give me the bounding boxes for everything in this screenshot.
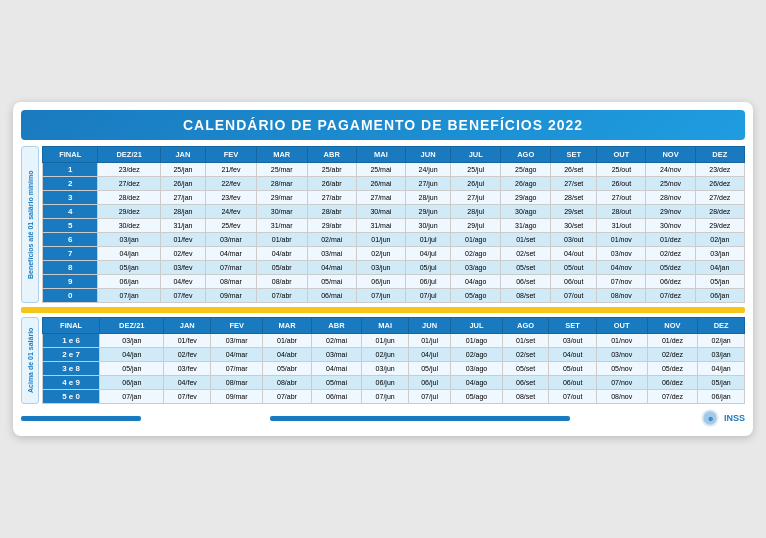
- footer: ⊕ INSS: [21, 408, 745, 428]
- table-cell: 24/fev: [206, 205, 257, 219]
- header-cell: MAI: [362, 318, 409, 334]
- row-key: 8: [43, 261, 98, 275]
- table-cell: 29/dez: [695, 219, 744, 233]
- table-cell: 04/out: [551, 247, 597, 261]
- table-cell: 04/jul: [408, 348, 450, 362]
- table-cell: 31/out: [597, 219, 646, 233]
- table-cell: 25/out: [597, 163, 646, 177]
- table-cell: 02/set: [501, 247, 551, 261]
- row-key: 3 e 8: [43, 362, 100, 376]
- table-cell: 25/ago: [501, 163, 551, 177]
- table-cell: 01/ago: [451, 233, 501, 247]
- table-cell: 05/jan: [100, 362, 164, 376]
- table-cell: 01/abr: [256, 233, 307, 247]
- header-cell: NOV: [647, 318, 698, 334]
- table-cell: 22/fev: [206, 177, 257, 191]
- table-cell: 23/dez: [98, 163, 160, 177]
- table-cell: 31/ago: [501, 219, 551, 233]
- header-cell: NOV: [646, 147, 695, 163]
- table-cell: 02/mai: [307, 233, 356, 247]
- table-cell: 06/set: [501, 275, 551, 289]
- table-cell: 05/jan: [98, 261, 160, 275]
- header-cell: JAN: [160, 147, 205, 163]
- table-cell: 06/jul: [405, 275, 450, 289]
- table-cell: 04/fev: [160, 275, 205, 289]
- table-cell: 28/out: [597, 205, 646, 219]
- header-cell: SET: [551, 147, 597, 163]
- header-cell: FINAL: [43, 318, 100, 334]
- table-cell: 05/abr: [263, 362, 311, 376]
- row-key: 4 e 9: [43, 376, 100, 390]
- table-cell: 25/mai: [356, 163, 405, 177]
- table-cell: 05/out: [549, 362, 596, 376]
- table-cell: 06/jul: [408, 376, 450, 390]
- table-cell: 05/ago: [451, 390, 503, 404]
- table-cell: 06/out: [549, 376, 596, 390]
- table-row: 603/jan01/fev03/mar01/abr02/mai01/jun01/…: [43, 233, 745, 247]
- table-cell: 08/set: [501, 289, 551, 303]
- table-cell: 04/out: [549, 348, 596, 362]
- table-cell: 31/mar: [256, 219, 307, 233]
- table-cell: 26/ago: [501, 177, 551, 191]
- table-cell: 04/nov: [597, 261, 646, 275]
- table-cell: 27/set: [551, 177, 597, 191]
- table-row: 1 e 603/jan01/fev03/mar01/abr02/mai01/ju…: [43, 334, 745, 348]
- table-cell: 04/jan: [98, 247, 160, 261]
- table-cell: 07/mar: [211, 362, 263, 376]
- table-cell: 29/jun: [405, 205, 450, 219]
- table-cell: 28/set: [551, 191, 597, 205]
- table-cell: 02/dez: [646, 247, 695, 261]
- header-cell: FEV: [211, 318, 263, 334]
- table-row: 2 e 704/jan02/fev04/mar04/abr03/mai02/ju…: [43, 348, 745, 362]
- table-cell: 28/jul: [451, 205, 501, 219]
- section2: Acima de 01 salário FINALDEZ/21JANFEVMAR…: [21, 317, 745, 404]
- header-cell: FINAL: [43, 147, 98, 163]
- header-cell: MAR: [256, 147, 307, 163]
- table-cell: 26/out: [597, 177, 646, 191]
- table-cell: 01/jun: [362, 334, 409, 348]
- table-cell: 07/abr: [256, 289, 307, 303]
- table-cell: 04/jul: [405, 247, 450, 261]
- table-cell: 29/set: [551, 205, 597, 219]
- table-row: 4 e 906/jan04/fev08/mar08/abr05/mai06/ju…: [43, 376, 745, 390]
- table-cell: 08/nov: [597, 289, 646, 303]
- section2-label: Acima de 01 salário: [21, 317, 39, 404]
- table-cell: 04/jan: [698, 362, 745, 376]
- table-cell: 23/dez: [695, 163, 744, 177]
- table-cell: 05/nov: [596, 362, 647, 376]
- table-cell: 27/dez: [98, 177, 160, 191]
- table-cell: 06/jan: [695, 289, 744, 303]
- table-cell: 30/dez: [98, 219, 160, 233]
- table-cell: 02/fev: [164, 348, 211, 362]
- header-cell: JAN: [164, 318, 211, 334]
- header-cell: JUL: [451, 147, 501, 163]
- table-cell: 02/jun: [356, 247, 405, 261]
- table-cell: 03/jan: [98, 233, 160, 247]
- table-cell: 29/dez: [98, 205, 160, 219]
- table-cell: 07/out: [549, 390, 596, 404]
- table-cell: 04/mar: [206, 247, 257, 261]
- header-cell: MAR: [263, 318, 311, 334]
- table-cell: 02/jan: [698, 334, 745, 348]
- table-cell: 25/nov: [646, 177, 695, 191]
- table-row: 328/dez27/jan23/fev29/mar27/abr27/mai28/…: [43, 191, 745, 205]
- table-cell: 04/ago: [451, 275, 501, 289]
- table-cell: 01/nov: [596, 334, 647, 348]
- header-cell: DEZ: [695, 147, 744, 163]
- table-cell: 07/dez: [646, 289, 695, 303]
- table-cell: 08/abr: [256, 275, 307, 289]
- header-cell: JUL: [451, 318, 503, 334]
- table-cell: 26/dez: [695, 177, 744, 191]
- table-cell: 03/jun: [356, 261, 405, 275]
- table-cell: 30/mar: [256, 205, 307, 219]
- table-cell: 05/jul: [408, 362, 450, 376]
- table-cell: 03/mai: [311, 348, 362, 362]
- table-cell: 06/mai: [311, 390, 362, 404]
- table-cell: 23/fev: [206, 191, 257, 205]
- table-cell: 05/jan: [698, 376, 745, 390]
- table-cell: 26/set: [551, 163, 597, 177]
- table-cell: 08/mar: [211, 376, 263, 390]
- table-cell: 25/abr: [307, 163, 356, 177]
- footer-blue-bar-center: [270, 416, 570, 421]
- table-cell: 28/dez: [98, 191, 160, 205]
